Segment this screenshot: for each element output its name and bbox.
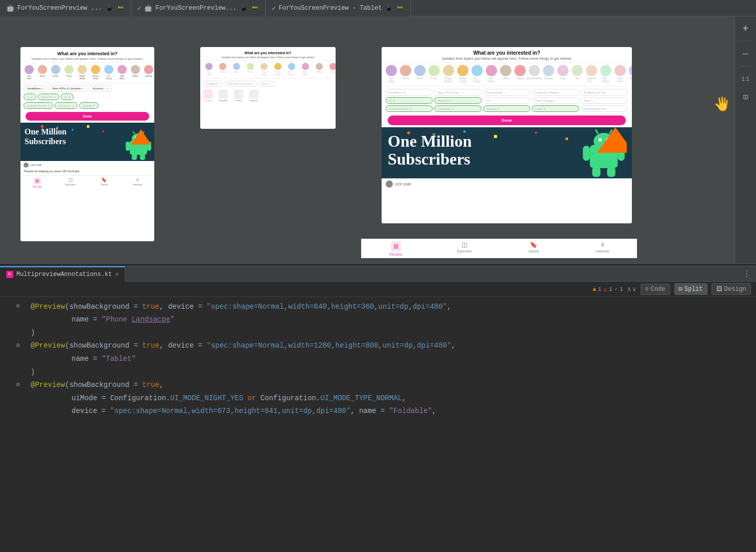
nav-foryou[interactable]: ⊞ For you xyxy=(20,176,54,190)
divider-1 xyxy=(23,83,151,83)
nav-up-arrow[interactable]: ∧ xyxy=(627,285,631,293)
banner-title-phone: One Million Subscribers xyxy=(25,127,149,146)
category-row-1: Headlines New APIs & Libraries Accessi..… xyxy=(20,84,154,93)
avatar-t-2: Donut xyxy=(400,65,411,83)
cat-t-datastorage: Data Storage + xyxy=(532,97,579,104)
category-row-3: Android Studio ✓ Compose ✓ Testing ✓ xyxy=(20,101,154,110)
nav-episodes-label: Episodes xyxy=(65,183,76,186)
fit-button[interactable]: ⊡ xyxy=(739,90,753,104)
cat-compose: Compose ✓ xyxy=(55,102,78,109)
nav-episodes-icon: ◫ xyxy=(68,177,73,182)
avatar-lc-8: JellyBean xyxy=(300,63,311,76)
file-tab-more-button[interactable]: ⋮ xyxy=(743,269,751,279)
cat-t-androidstudio: Android Studio ✓ xyxy=(386,105,433,112)
landscape-preview-container: What are you interested in? Updates from… xyxy=(180,32,341,258)
code-area: K MultipreviewAnnotations.kt ✕ ⋮ ▲ 1 △ 1… xyxy=(0,266,756,552)
tab-label-3: ForYouScreenPreview - Tablet xyxy=(279,5,382,12)
cat-t-ui2: UI + xyxy=(483,97,530,104)
icon-row-landscape: T_r_y_o Episodes Saved Interests xyxy=(200,88,336,103)
avatar-lc-9: KitKat xyxy=(314,63,325,76)
avatar-lc-5: GingerBread xyxy=(258,63,270,76)
tab-tablet[interactable]: ✔ ForYouScreenPreview - Tablet 📱 📟 xyxy=(266,0,411,16)
avatar-t-18: Tiramisu xyxy=(629,65,632,83)
avatar-t-6: HoneyComb xyxy=(457,65,468,83)
interest-header-tablet: What are you interested in? Updates from… xyxy=(382,47,632,63)
nav-saved[interactable]: 🔖 Saved xyxy=(87,176,121,190)
gutter-gear-3[interactable]: ⚙ xyxy=(14,381,21,388)
nav-down-arrow[interactable]: ∨ xyxy=(632,285,636,293)
phone-preview-container: What are you interested in? Updates from… xyxy=(10,32,159,258)
lc-icon-label-1: T_r_y_o xyxy=(204,99,212,102)
warning-count: 1 xyxy=(598,286,602,292)
design-view-button[interactable]: 🖼 Design xyxy=(712,283,751,295)
cat-lc-access: Acces... + xyxy=(258,81,276,87)
code-toolbar: ▲ 1 △ 1 ✓ 1 ∧ ∨ ≡ Code ⊟ Split 🖼 Design xyxy=(0,282,756,297)
nav-interests[interactable]: # Interests xyxy=(121,176,155,190)
avatar-honeycomb: HoneyComb xyxy=(90,65,101,80)
file-tab-name: MultipreviewAnnotations.kt xyxy=(16,271,112,278)
divider-landscape xyxy=(203,78,333,79)
cat-row-landscape: Headlines + New APIs & Libraries + Acces… xyxy=(200,80,336,88)
code-line-7: @Preview(showBackground = true, xyxy=(31,379,756,392)
cat-t-publishing: Publishing & Dis... xyxy=(581,89,628,96)
gutter-line-6 xyxy=(0,365,21,379)
nav-episodes[interactable]: ◫ Episodes xyxy=(54,176,88,190)
file-tab-multipreview[interactable]: K MultipreviewAnnotations.kt ✕ xyxy=(0,266,125,282)
cat-lc-newapis: New APIs & Libraries + xyxy=(225,81,257,87)
lc-icon-3: Saved xyxy=(234,89,243,102)
gutter-gear-1[interactable]: ⚙ xyxy=(14,303,21,310)
avatar-t-14: Pie xyxy=(572,65,583,83)
done-button-phone[interactable]: Done xyxy=(26,112,149,121)
cat-t-tools: Tools + xyxy=(581,97,628,104)
tab-phone[interactable]: ✔ 🤖 ForYouScreenPreview... 📱 📟 xyxy=(131,0,266,16)
gutter-gear-2[interactable]: ⚙ xyxy=(14,342,21,350)
zoom-in-button[interactable]: + xyxy=(739,21,753,36)
interest-subtitle-tablet: Updates from topics you follow will appe… xyxy=(388,57,626,60)
interest-title-tablet: What are you interested in? xyxy=(388,50,626,56)
avatar-t-8: JellyBean xyxy=(486,65,497,83)
ok-count: 1 xyxy=(620,286,623,292)
design-label: Design xyxy=(724,286,746,293)
code-icon: ≡ xyxy=(645,286,649,293)
split-view-button[interactable]: ⊟ Split xyxy=(674,283,707,295)
gutter-line-8 xyxy=(0,392,21,405)
zoom-out-button[interactable]: — xyxy=(739,47,753,61)
avatar-t-1: CupCake xyxy=(386,65,397,83)
interest-subtitle-phone: Updates from topics you follow will appe… xyxy=(26,57,149,60)
cat-t-publishing2: Publishing & Dis... xyxy=(581,105,628,112)
code-line-4: @Preview(showBackground = true, device =… xyxy=(31,339,756,353)
lc-icon-bg-4 xyxy=(249,89,258,99)
interest-subtitle-landscape: Updates from topics you follow will appe… xyxy=(205,56,330,59)
tool-separator-2 xyxy=(741,66,751,66)
cat-ui-2: UI ✓ xyxy=(61,94,74,100)
cat-t-kotlin: Kotlin ✓ xyxy=(532,105,579,112)
cat-t-headlines: Headlines ✓ xyxy=(386,89,433,96)
nav-foryou-label: For you xyxy=(33,185,41,188)
cat-t-wearos: WearOS ✓ xyxy=(434,97,481,104)
nav-interests-label: Interests xyxy=(133,183,143,186)
svg-rect-9 xyxy=(140,154,145,160)
error-icon: △ xyxy=(603,286,607,292)
nav-interests-icon: # xyxy=(136,177,139,182)
lc-icon-label-3: Saved xyxy=(235,99,241,102)
design-icon: 🖼 xyxy=(716,285,722,293)
code-view-button[interactable]: ≡ Code xyxy=(641,284,670,295)
cat-headlines: Headlines xyxy=(23,85,47,91)
file-tab-close-button[interactable]: ✕ xyxy=(115,270,119,278)
avatar-t-3: Eclair xyxy=(414,65,426,83)
gutter-line-4: ⚙ xyxy=(0,339,21,353)
nav-saved-icon: 🔖 xyxy=(101,177,107,182)
done-button-tablet[interactable]: Done xyxy=(388,116,626,125)
avatar-lc-3: Eclair xyxy=(231,63,242,76)
lc-icon-bg-2 xyxy=(219,89,228,99)
avatar-t-15: QuinceTart xyxy=(586,65,597,83)
cat-t-newapis: New APIs & Lib... + xyxy=(434,89,481,96)
kotlin-file-icon: K xyxy=(6,271,13,278)
zoom-reset-button[interactable]: 1:1 xyxy=(739,72,753,86)
tab-bar: 🤖 ForYouScreenPreview ... 📱 📟 ✔ 🤖 ForYou… xyxy=(0,0,756,16)
avatar-lc-6: HoneyComb xyxy=(272,63,284,76)
ok-icon: ✓ xyxy=(615,286,618,292)
code-label: Code xyxy=(651,286,666,293)
avatar-cupcake: CupCake xyxy=(23,65,35,80)
tab-phone-landscape[interactable]: 🤖 ForYouScreenPreview ... 📱 📟 xyxy=(0,0,131,16)
